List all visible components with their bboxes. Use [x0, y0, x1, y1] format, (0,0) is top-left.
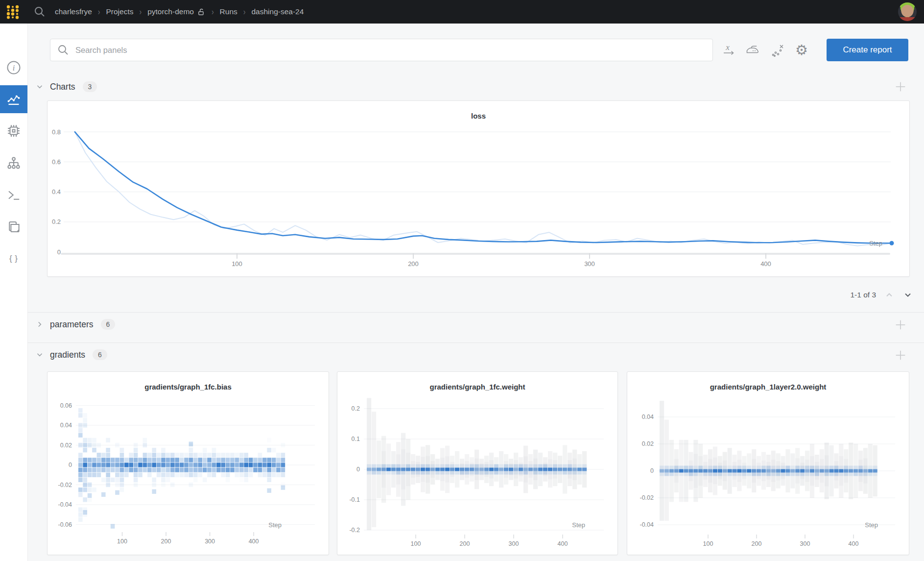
loss-chart-panel: loss 00.20.40.60.8100200300400Step: [47, 100, 910, 277]
svg-text:0: 0: [650, 467, 654, 474]
svg-text:0.02: 0.02: [642, 440, 654, 447]
outliers-button[interactable]: [769, 41, 786, 59]
pagination-label: 1-1 of 3: [850, 291, 876, 299]
loss-line-chart: 00.20.40.60.8100200300400Step: [47, 101, 908, 275]
svg-text:0.6: 0.6: [52, 158, 61, 166]
breadcrumb-separator: ›: [243, 7, 246, 17]
breadcrumb-item-3[interactable]: Runs: [220, 7, 237, 16]
add-panel-button-gradients[interactable]: [893, 348, 908, 363]
add-panel-button-parameters[interactable]: [893, 317, 908, 332]
create-report-button[interactable]: Create report: [827, 39, 908, 61]
svg-text:Step: Step: [572, 521, 585, 529]
breadcrumb-separator: ›: [98, 7, 100, 17]
svg-text:400: 400: [849, 540, 859, 547]
svg-text:-0.06: -0.06: [58, 521, 72, 528]
svg-text:0: 0: [356, 466, 360, 473]
svg-text:0.4: 0.4: [52, 188, 61, 195]
pagination-prev-button[interactable]: [884, 290, 895, 300]
gradient-heatmap-chart: 0.060.040.020-0.02-0.04-0.06100200300400…: [47, 372, 328, 554]
sidebar-item-logs[interactable]: [0, 181, 27, 209]
gear-icon: ⚙: [795, 43, 808, 57]
add-panel-button-charts[interactable]: [893, 79, 908, 94]
breadcrumb-item-2[interactable]: pytorch-demo: [147, 7, 206, 16]
svg-text:200: 200: [161, 538, 171, 545]
breadcrumb: charlesfrye›Projects›pytorch-demo›Runs›d…: [55, 0, 304, 24]
svg-text:-0.04: -0.04: [58, 501, 72, 508]
svg-text:400: 400: [760, 260, 771, 268]
svg-text:x: x: [725, 43, 730, 52]
gradient-fc-weight-panel: gradients/graph_1fc.weight 0.20.10-0.1-0…: [337, 371, 618, 555]
smoothing-iron-icon: [745, 43, 760, 57]
svg-text:200: 200: [460, 540, 470, 547]
svg-text:0: 0: [69, 462, 72, 468]
svg-text:400: 400: [558, 540, 568, 547]
section-count-badge: 3: [83, 81, 97, 92]
run-sidebar: i: [0, 24, 28, 561]
sidebar-item-charts[interactable]: [0, 85, 27, 113]
section-divider: [27, 342, 924, 343]
chevron-down-icon[interactable]: [34, 349, 45, 360]
line-chart-icon: [7, 93, 21, 106]
pagination-next-button[interactable]: [902, 290, 913, 300]
settings-button[interactable]: ⚙: [793, 41, 810, 59]
x-axis-icon: x: [722, 43, 736, 57]
sidebar-item-config[interactable]: { }: [0, 245, 27, 272]
plus-icon: [894, 80, 907, 94]
sidebar-item-model[interactable]: [0, 149, 27, 177]
breadcrumb-item-0[interactable]: charlesfrye: [55, 7, 92, 16]
breadcrumb-item-4[interactable]: dashing-sea-24: [251, 7, 304, 16]
section-divider: [27, 312, 924, 313]
svg-text:400: 400: [249, 538, 259, 545]
sidebar-item-files[interactable]: [0, 213, 27, 241]
breadcrumb-item-1[interactable]: Projects: [106, 7, 133, 16]
svg-text:200: 200: [408, 260, 419, 268]
svg-text:0.2: 0.2: [52, 218, 61, 225]
x-axis-settings-button[interactable]: x: [720, 41, 738, 59]
model-graph-icon: [6, 156, 21, 171]
panel-pagination: 1-1 of 3: [850, 287, 913, 303]
sidebar-item-overview[interactable]: i: [0, 54, 27, 81]
section-header-parameters[interactable]: parameters 6: [34, 319, 115, 330]
terminal-icon: [6, 188, 21, 202]
gradient-heatmap-chart: 0.040.020-0.02-0.04100200300400Step: [627, 372, 908, 554]
svg-text:100: 100: [411, 540, 421, 547]
braces-icon: { }: [9, 254, 18, 264]
gradient-bias-panel: gradients/graph_1fc.bias 0.060.040.020-0…: [47, 371, 329, 555]
svg-text:i: i: [13, 64, 15, 73]
section-label[interactable]: parameters: [50, 319, 94, 330]
open-lock-icon: [197, 8, 206, 16]
smoothing-button[interactable]: [744, 41, 761, 59]
search-icon: [58, 45, 69, 55]
svg-text:0: 0: [57, 248, 61, 256]
plus-icon: [894, 348, 907, 362]
section-header-charts[interactable]: Charts 3: [34, 81, 97, 92]
section-label[interactable]: Charts: [50, 82, 75, 92]
section-header-gradients[interactable]: gradients 6: [34, 349, 107, 360]
wandb-logo[interactable]: [4, 3, 22, 21]
panel-search: [50, 39, 713, 61]
svg-text:0.02: 0.02: [60, 442, 72, 449]
search-panels-input[interactable]: [74, 45, 712, 55]
global-search-icon[interactable]: [34, 6, 45, 17]
svg-text:0.06: 0.06: [60, 402, 72, 409]
breadcrumb-separator: ›: [212, 7, 214, 17]
svg-text:100: 100: [232, 260, 242, 268]
section-count-badge: 6: [93, 349, 107, 360]
svg-text:300: 300: [800, 540, 810, 547]
svg-text:-0.2: -0.2: [349, 527, 360, 534]
svg-text:-0.04: -0.04: [640, 521, 654, 528]
chevron-down-icon: [903, 290, 913, 300]
svg-text:Step: Step: [865, 521, 878, 529]
info-icon: i: [6, 60, 21, 75]
wandb-dots-icon: [4, 3, 22, 21]
svg-text:-0.02: -0.02: [58, 482, 72, 488]
chevron-right-icon[interactable]: [34, 319, 45, 330]
chevron-down-icon[interactable]: [34, 81, 45, 92]
sidebar-item-system[interactable]: [0, 117, 27, 145]
gradient-heatmap-chart: 0.20.10-0.1-0.2100200300400Step: [337, 372, 616, 554]
plus-icon: [894, 318, 907, 332]
svg-text:200: 200: [752, 540, 762, 547]
section-label[interactable]: gradients: [50, 350, 85, 360]
user-avatar[interactable]: [898, 2, 917, 21]
svg-text:0.04: 0.04: [60, 422, 72, 429]
